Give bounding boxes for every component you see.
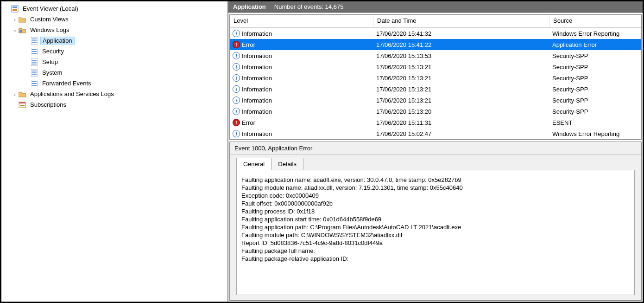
event-row[interactable]: iInformation17/06/2020 15:41:32Windows E… [230, 28, 641, 39]
svg-rect-15 [32, 62, 37, 63]
tree-label: Custom Views [28, 16, 70, 23]
tree-custom-views[interactable]: › Custom Views [1, 14, 227, 25]
svg-rect-12 [32, 53, 37, 54]
column-level[interactable]: Level [230, 15, 373, 27]
svg-rect-6 [32, 39, 37, 39]
tree-label: Setup [40, 58, 60, 65]
event-source: Application Error [549, 41, 641, 48]
tree-label: Security [40, 48, 66, 55]
tab-general[interactable]: General [236, 158, 271, 170]
info-icon: i [233, 97, 240, 104]
svg-rect-16 [32, 64, 37, 64]
event-date: 17/06/2020 15:13:53 [373, 52, 549, 59]
info-icon: i [233, 30, 240, 37]
content-panel: Application Number of events: 14,675 Lev… [228, 1, 643, 302]
tree-root[interactable]: Event Viewer (Local) [1, 3, 227, 14]
tree-setup[interactable]: Setup [1, 57, 227, 67]
event-detail-pane: Event 1000, Application Error General De… [229, 142, 642, 301]
event-level: Information [242, 30, 272, 37]
tree-label: Subscriptions [28, 101, 68, 108]
event-level: Information [242, 52, 272, 59]
tree-forwarded[interactable]: Forwarded Events [1, 78, 227, 89]
detail-tabs: General Details [230, 155, 641, 170]
expander-icon[interactable]: › [12, 91, 18, 97]
event-source: Windows Error Reporting [549, 130, 641, 137]
tree-label: Forwarded Events [40, 80, 93, 87]
tree-security[interactable]: Security [1, 46, 227, 57]
detail-title: Event 1000, Application Error [230, 142, 641, 155]
navigation-tree[interactable]: Event Viewer (Local) › Custom Views ⌄ Wi… [1, 1, 228, 302]
event-date: 17/06/2020 15:11:31 [373, 119, 549, 126]
svg-rect-8 [32, 42, 37, 43]
tree-system[interactable]: System [1, 67, 227, 78]
event-date: 17/06/2020 15:41:32 [373, 30, 549, 37]
expander-icon[interactable]: ⌄ [12, 27, 18, 33]
folder-icon [18, 16, 26, 23]
column-date[interactable]: Date and Time [373, 15, 549, 27]
svg-rect-26 [19, 102, 25, 103]
event-row[interactable]: !Error17/06/2020 15:11:31ESENT [230, 117, 641, 128]
event-row[interactable]: iInformation17/06/2020 15:02:47Windows E… [230, 128, 641, 139]
log-icon [30, 58, 38, 66]
svg-rect-4 [19, 30, 22, 32]
info-icon: i [233, 74, 240, 82]
column-source[interactable]: Source [549, 15, 641, 27]
tree-application[interactable]: Application [1, 35, 227, 46]
event-list[interactable]: Level Date and Time Source iInformation1… [229, 14, 642, 140]
tree-windows-logs[interactable]: ⌄ Windows Logs [1, 25, 227, 35]
event-date: 17/06/2020 15:13:21 [373, 64, 549, 71]
event-date: 17/06/2020 15:13:21 [373, 97, 549, 104]
svg-rect-18 [32, 71, 37, 71]
event-source: Security-SPP [549, 52, 641, 59]
log-header: Application Number of events: 14,675 [228, 1, 643, 13]
folder-open-icon [18, 26, 26, 34]
event-source: Security-SPP [549, 64, 641, 71]
svg-rect-24 [32, 85, 37, 86]
info-icon: i [233, 108, 240, 115]
event-level: Information [242, 86, 272, 93]
info-icon: i [233, 130, 240, 137]
event-level: Information [242, 130, 272, 137]
info-icon: i [233, 63, 240, 71]
event-date: 17/06/2020 15:41:22 [373, 41, 549, 48]
tree-subscriptions[interactable]: Subscriptions [1, 99, 227, 110]
event-row[interactable]: iInformation17/06/2020 15:13:21Security-… [230, 61, 641, 72]
event-row[interactable]: iInformation17/06/2020 15:13:21Security-… [230, 95, 641, 106]
event-row[interactable]: iInformation17/06/2020 15:13:21Security-… [230, 72, 641, 84]
event-date: 17/06/2020 15:13:20 [373, 108, 549, 115]
event-row[interactable]: iInformation17/06/2020 15:13:20Security-… [230, 106, 641, 117]
expander-icon[interactable]: › [12, 17, 18, 22]
log-icon [30, 80, 38, 87]
tab-details[interactable]: Details [271, 158, 303, 170]
folder-icon [18, 90, 26, 98]
event-row[interactable]: !Error17/06/2020 15:41:22Application Err… [230, 39, 641, 50]
svg-rect-2 [13, 9, 17, 10]
svg-rect-14 [32, 60, 37, 61]
tree-apps-services[interactable]: › Applications and Services Logs [1, 89, 227, 99]
log-icon [30, 69, 38, 77]
event-date: 17/06/2020 15:02:47 [373, 130, 549, 137]
event-source: Security-SPP [549, 108, 641, 115]
event-date: 17/06/2020 15:13:21 [373, 75, 549, 82]
event-source: Security-SPP [549, 97, 641, 104]
event-count: Number of events: 14,675 [274, 3, 344, 10]
event-viewer-window: Event Viewer (Local) › Custom Views ⌄ Wi… [1, 1, 643, 302]
svg-rect-1 [13, 6, 17, 8]
svg-rect-10 [32, 49, 37, 50]
event-level: Error [242, 41, 255, 48]
event-source: ESENT [549, 119, 641, 126]
event-level: Information [242, 108, 272, 115]
svg-rect-11 [32, 51, 37, 52]
event-level: Error [242, 119, 255, 126]
error-icon: ! [233, 119, 240, 126]
svg-rect-20 [32, 74, 37, 75]
detail-body[interactable]: Faulting application name: acadlt.exe, v… [236, 170, 635, 295]
event-row[interactable]: iInformation17/06/2020 15:13:53Security-… [230, 50, 641, 61]
event-level: Information [242, 75, 272, 82]
event-source: Windows Error Reporting [549, 30, 641, 37]
event-row[interactable]: iInformation17/06/2020 15:13:21Security-… [230, 84, 641, 95]
column-headers[interactable]: Level Date and Time Source [230, 15, 641, 28]
error-icon: ! [233, 41, 240, 48]
event-level: Information [242, 97, 272, 104]
tree-label: System [40, 69, 64, 76]
